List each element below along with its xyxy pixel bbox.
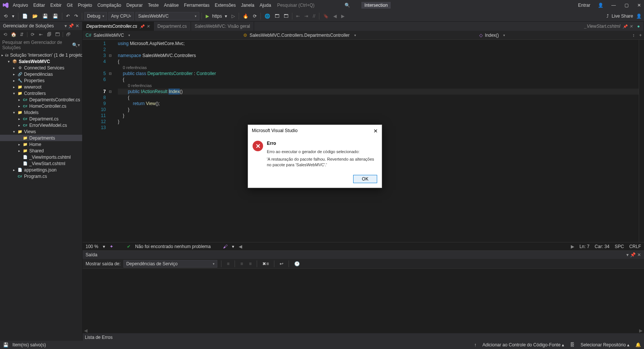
undo-icon[interactable]: ↶ — [65, 13, 71, 20]
editor-tab[interactable]: DepartmentsController.cs📌✕ — [83, 22, 154, 31]
config-combo[interactable]: Debug — [84, 12, 107, 20]
member-combo[interactable]: ◇ Index() — [476, 33, 630, 38]
liveshare-icon[interactable]: ⤴ — [606, 14, 609, 19]
tree-item[interactable]: ▸📁Home — [0, 141, 82, 147]
pin-icon[interactable]: 📌 — [140, 24, 144, 29]
class-combo[interactable]: ⚙ SalesWebMVC.Controllers.DepartmentsCon… — [240, 33, 476, 38]
editor-tab[interactable]: SalesWebMVC: Visão geral — [191, 22, 254, 31]
menu-análise[interactable]: Análise — [164, 3, 179, 8]
liveshare-label[interactable]: Live Share — [612, 14, 633, 19]
error-list-tab[interactable]: Lista de Erros — [83, 333, 644, 341]
tree-item[interactable]: 📄_ViewImports.cshtml — [0, 154, 82, 160]
start-debug-icon[interactable]: ▶ — [204, 13, 211, 20]
scope-combo[interactable]: C# SalesWebMVC — [83, 33, 240, 38]
add-icon[interactable]: + — [637, 33, 644, 38]
new-file-icon[interactable]: 📄 — [21, 13, 29, 20]
dialog-close-icon[interactable]: ✕ — [373, 128, 378, 134]
scrollbar[interactable] — [639, 40, 644, 242]
ok-button[interactable]: OK — [353, 175, 377, 183]
bookmark-prev-icon[interactable]: ◀ — [332, 13, 338, 20]
menu-teste[interactable]: Teste — [148, 3, 159, 8]
scroll-left-icon[interactable]: ◀ — [84, 328, 87, 333]
account-icon[interactable]: 👤 — [598, 3, 603, 8]
tree-item[interactable]: ▸🔧Properties — [0, 77, 82, 84]
feedback-icon[interactable]: 👤 — [636, 14, 642, 19]
tree-item[interactable]: ▸📁Shared — [0, 147, 82, 154]
https-label[interactable]: https — [212, 14, 222, 19]
class-view-icon[interactable]: 🗔 — [282, 13, 290, 20]
refresh-icon[interactable]: ⟳ — [251, 13, 258, 20]
show-all-icon[interactable]: 🗐 — [46, 32, 52, 38]
panel-pin-icon[interactable]: 📌 — [630, 252, 636, 257]
close-icon[interactable]: ✕ — [636, 3, 642, 8]
line-ending[interactable]: CRLF — [629, 244, 641, 249]
nav-fwd-icon[interactable]: ▾ — [11, 13, 16, 20]
output-body[interactable]: ◀ ▶ — [83, 269, 644, 333]
solution-tree[interactable]: ▸🗂Solução 'Intersection' (1 de 1 projeto… — [0, 51, 82, 341]
bookmark-icon[interactable]: 🔖 — [322, 13, 330, 20]
zoom-level[interactable]: 100 % — [86, 244, 98, 249]
wordwrap-icon[interactable]: ↩ — [278, 260, 285, 267]
output-source-combo[interactable]: Dependências de Serviço — [123, 260, 217, 268]
panel-close-icon[interactable]: ✕ — [637, 252, 641, 257]
outdent-icon[interactable]: ⇥ — [303, 13, 310, 20]
back-icon[interactable]: ⟲ — [2, 32, 8, 38]
tree-item[interactable]: ▸⚙Connected Services — [0, 65, 82, 71]
tree-item[interactable]: ▸C#Department.cs — [0, 116, 82, 122]
tree-item[interactable]: ▸🗂Solução 'Intersection' (1 de 1 projeto… — [0, 52, 82, 58]
tab-close-icon[interactable]: ✕ — [146, 24, 150, 29]
maximize-icon[interactable]: ▢ — [624, 3, 629, 8]
tree-item[interactable]: ▸📄appsettings.json — [0, 167, 82, 173]
line-indicator[interactable]: Ln: 7 — [579, 244, 590, 249]
panel-dropdown-icon[interactable]: ▾ — [65, 23, 67, 29]
search-icon[interactable]: 🔍 — [345, 3, 350, 8]
tree-item[interactable]: ▸C#HomeController.cs — [0, 103, 82, 109]
collapse-icon[interactable]: ⇤ — [38, 32, 44, 38]
menu-compilação[interactable]: Compilação — [97, 3, 121, 8]
menu-git[interactable]: Git — [67, 3, 72, 8]
open-folder-icon[interactable]: 📂 — [31, 13, 39, 20]
fold-margin[interactable]: ⊟⊟⊟ — [109, 40, 116, 242]
comment-icon[interactable]: // — [311, 13, 317, 20]
panel-close-icon[interactable]: ✕ — [75, 23, 79, 29]
col-indicator[interactable]: Car: 34 — [595, 244, 609, 249]
clear-icon[interactable]: ✖≡ — [261, 260, 270, 267]
editor-tab[interactable]: Department.cs — [154, 22, 191, 31]
browser-link-icon[interactable]: 🌐 — [263, 13, 272, 20]
tree-item[interactable]: 📄_ViewStart.cshtml — [0, 160, 82, 167]
menu-ajuda[interactable]: Ajuda — [260, 3, 271, 8]
menu-janela[interactable]: Janela — [241, 3, 254, 8]
tree-item[interactable]: ▾📁Models — [0, 109, 82, 116]
clock-icon[interactable]: 🕐 — [293, 260, 301, 267]
breakpoint-margin[interactable] — [83, 40, 90, 242]
tree-item[interactable]: 📁Departments — [0, 135, 82, 141]
solution-search[interactable]: Pesquisar em Gerenciador de Soluções 🔍 ▾ — [0, 39, 82, 51]
tree-item[interactable]: ▸C#DepartmentsController.cs — [0, 96, 82, 103]
goto-icon[interactable]: ≡ — [225, 260, 231, 267]
startup-project-combo[interactable]: SalesWebMVC — [135, 12, 199, 20]
menu-projeto[interactable]: Projeto — [78, 3, 92, 8]
tree-item[interactable]: ▾📁Controllers — [0, 90, 82, 96]
signin-link[interactable]: Entrar — [578, 3, 590, 8]
tree-item[interactable]: ▸C#ErrorViewModel.cs — [0, 122, 82, 128]
preview-tab[interactable]: _ViewStart.cshtml📌✕● — [581, 22, 644, 31]
bookmark-next-icon[interactable]: ▶ — [340, 13, 346, 20]
save-all-icon[interactable]: 💾 — [51, 13, 60, 20]
start-no-debug-icon[interactable]: ▷ — [230, 13, 236, 20]
start-dropdown-icon[interactable]: ▾ — [223, 13, 229, 20]
indent-mode[interactable]: SPC — [615, 244, 624, 249]
brush-icon[interactable]: 🖌 — [223, 244, 227, 249]
next-icon[interactable]: ≡ — [247, 260, 253, 267]
menu-extensões[interactable]: Extensões — [215, 3, 236, 8]
menu-arquivo[interactable]: Arquivo — [13, 3, 28, 8]
menu-depurar[interactable]: Depurar — [126, 3, 143, 8]
split-icon[interactable]: ↕ — [630, 33, 637, 38]
save-icon[interactable]: 💾 — [41, 13, 50, 20]
search-placeholder[interactable]: Pesquisar (Ctrl+Q) — [277, 3, 314, 8]
tree-item[interactable]: ▾📁Views — [0, 128, 82, 135]
toolbox-icon[interactable]: 🗔 — [273, 13, 281, 20]
bell-icon[interactable]: 🔔 — [635, 342, 641, 347]
hot-reload-icon[interactable]: 🔥 — [241, 13, 250, 20]
panel-dropdown-icon[interactable]: ▾ — [626, 252, 629, 257]
scroll-right-icon[interactable]: ▶ — [639, 328, 642, 333]
